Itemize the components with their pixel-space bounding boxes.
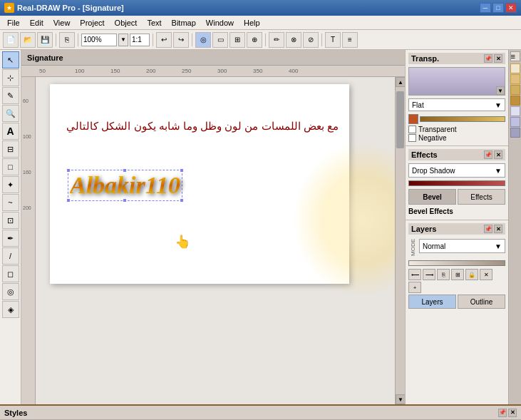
magic-tool[interactable]: ◈ xyxy=(2,301,19,318)
open-button[interactable]: 📂 xyxy=(20,32,36,48)
scroll-down-button[interactable]: ▼ xyxy=(396,394,405,404)
layer-back-btn[interactable]: ⟵ xyxy=(408,269,421,280)
layer-fwd-btn[interactable]: ⟶ xyxy=(423,269,435,280)
layer-copy-btn[interactable]: ⎘ xyxy=(437,269,450,280)
transp-title-icons: 📌 ✕ xyxy=(484,54,502,63)
layer-add-btn[interactable]: + xyxy=(408,282,421,293)
cursor-pointer: 👆 xyxy=(175,234,190,250)
undo-button[interactable]: ↩ xyxy=(156,32,172,48)
canvas-wrapper: Signature 50 100 150 200 250 300 350 400… xyxy=(21,50,405,404)
text-selection-box[interactable]: Albakir110 xyxy=(68,170,182,201)
text-btn[interactable]: T xyxy=(325,32,341,48)
new-button[interactable]: 📄 xyxy=(3,32,19,48)
brush-tool[interactable]: ✎ xyxy=(2,87,19,104)
handle-bl[interactable] xyxy=(66,198,71,203)
handle-tr[interactable] xyxy=(180,168,184,173)
maximize-button[interactable]: □ xyxy=(492,3,504,13)
scroll-thumb[interactable] xyxy=(396,91,404,148)
image-tool[interactable]: ⊟ xyxy=(2,140,19,158)
styles-close[interactable]: ✕ xyxy=(508,409,517,417)
layers-icons-row: ⟵ ⟶ ⎘ ⊞ 🔒 ✕ + xyxy=(408,269,505,293)
layer-group-btn[interactable]: ⊞ xyxy=(451,269,464,280)
rect-tool[interactable]: □ xyxy=(2,158,19,175)
canvas-content[interactable]: مع بعض اللمسات من لون وظل وما شابه يكون … xyxy=(36,77,405,404)
select-tool[interactable]: ↖ xyxy=(2,51,19,68)
copy-button[interactable]: ⎘ xyxy=(59,32,75,48)
color-strip-swatch3[interactable] xyxy=(510,85,520,95)
vertical-scrollbar[interactable]: ▲ ▼ xyxy=(395,77,405,404)
color-strip-btn-1[interactable]: ≡ xyxy=(510,51,520,61)
lasso-tool[interactable]: ⊗ xyxy=(286,32,301,48)
styles-pin[interactable]: 📌 xyxy=(498,409,507,417)
color-strip-swatch7[interactable] xyxy=(510,128,520,138)
curve-tool[interactable]: ~ xyxy=(2,194,19,211)
color-strip-swatch6[interactable] xyxy=(510,117,520,127)
outline-tab[interactable]: Outline xyxy=(458,294,505,309)
zoom-tool[interactable]: 🔍 xyxy=(2,105,19,122)
zoom-dropdown[interactable]: ▼ xyxy=(118,34,128,46)
effects-section: Effects 📌 ✕ Drop Shadow ▼ Bevel xyxy=(406,146,508,220)
negative-checkbox[interactable] xyxy=(408,134,416,142)
scroll-up-button[interactable]: ▲ xyxy=(396,77,405,87)
grid-tool[interactable]: ⊞ xyxy=(229,32,245,48)
menu-file[interactable]: File xyxy=(3,18,24,28)
align-btn[interactable]: ≡ xyxy=(342,32,358,48)
layers-tab[interactable]: Layers xyxy=(408,294,456,309)
circle-tool[interactable]: ◎ xyxy=(195,32,211,48)
star-tool[interactable]: ✦ xyxy=(2,176,19,193)
handle-bm[interactable] xyxy=(123,198,127,203)
handle-tl[interactable] xyxy=(66,168,71,173)
eraser-tool[interactable]: ◻ xyxy=(2,265,19,282)
transparent-checkbox[interactable] xyxy=(408,126,416,133)
handle-tm[interactable] xyxy=(123,168,127,173)
pen-tool[interactable]: ✏ xyxy=(269,32,284,48)
effects-slider[interactable] xyxy=(408,180,505,186)
eye-tool[interactable]: ◎ xyxy=(2,283,19,300)
pointer-tool[interactable]: ⊕ xyxy=(247,32,262,48)
transp-mode-dropdown[interactable]: Flat ▼ xyxy=(408,98,505,111)
effects-pin[interactable]: 📌 xyxy=(484,150,492,159)
menu-window[interactable]: Window xyxy=(202,18,238,28)
save-button[interactable]: 💾 xyxy=(37,32,53,48)
transp-pin[interactable]: 📌 xyxy=(484,54,492,63)
close-button[interactable]: ✕ xyxy=(505,3,517,13)
pen-left[interactable]: ✒ xyxy=(2,230,19,247)
handle-br[interactable] xyxy=(180,198,184,203)
wand-tool[interactable]: ⊘ xyxy=(303,32,319,48)
layer-del-btn[interactable]: ✕ xyxy=(480,269,492,280)
styles-title: Styles xyxy=(4,409,27,417)
effects-close[interactable]: ✕ xyxy=(494,150,502,159)
line-tool[interactable]: / xyxy=(2,247,19,265)
rect-tool[interactable]: ▭ xyxy=(212,32,228,48)
color-strip-swatch[interactable] xyxy=(510,63,520,73)
fill-tool[interactable]: ⊡ xyxy=(2,212,19,229)
menu-bitmap[interactable]: Bitmap xyxy=(167,18,200,28)
zoom-input[interactable]: 100% xyxy=(81,34,117,46)
color-strip-swatch5[interactable] xyxy=(510,106,520,116)
layers-close[interactable]: ✕ xyxy=(494,225,502,233)
transp-slider[interactable] xyxy=(420,116,505,122)
effects-button[interactable]: Effects xyxy=(458,189,505,205)
effects-type-dropdown[interactable]: Drop Shadow ▼ xyxy=(408,163,505,178)
layers-mode-dropdown[interactable]: Normal ▼ xyxy=(419,239,505,253)
window-controls: ─ □ ✕ xyxy=(480,3,517,13)
menu-view[interactable]: View xyxy=(49,18,75,28)
menu-edit[interactable]: Edit xyxy=(26,18,48,28)
menu-project[interactable]: Project xyxy=(76,18,108,28)
minimize-button[interactable]: ─ xyxy=(480,3,491,13)
color-strip-swatch4[interactable] xyxy=(510,96,520,106)
menu-object[interactable]: Object xyxy=(110,18,142,28)
menu-help[interactable]: Help xyxy=(239,18,264,28)
redo-button[interactable]: ↪ xyxy=(173,32,189,48)
layers-pin[interactable]: 📌 xyxy=(484,225,492,233)
color-strip-swatch2[interactable] xyxy=(510,74,520,84)
bevel-button[interactable]: Bevel xyxy=(408,189,456,205)
canvas-area[interactable]: 50 100 150 200 250 300 350 400 60 100 16… xyxy=(21,66,405,404)
layers-opacity-slider[interactable] xyxy=(408,260,505,266)
layer-lock-btn[interactable]: 🔒 xyxy=(465,269,478,280)
node-tool[interactable]: ⊹ xyxy=(2,69,19,86)
menu-text[interactable]: Text xyxy=(143,18,165,28)
transp-close[interactable]: ✕ xyxy=(494,54,502,63)
transp-menu-btn[interactable]: ▼ xyxy=(496,86,505,95)
text-tool[interactable]: A xyxy=(2,123,19,140)
